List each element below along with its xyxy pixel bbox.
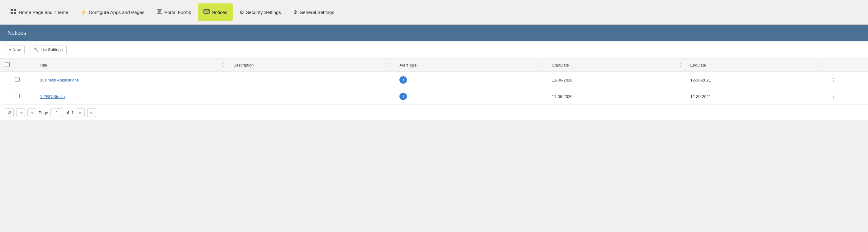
first-page-icon: |◀	[19, 110, 23, 115]
row1-end-date: 12-30-2021	[690, 78, 711, 82]
header-title-label: Title	[39, 63, 47, 68]
row1-title-link[interactable]: Business Applications	[39, 78, 79, 82]
row1-alert-type-cell: i	[395, 72, 547, 88]
first-page-button[interactable]: |◀	[16, 108, 25, 117]
nav-item-portal-forms[interactable]: Portal Forms	[151, 3, 196, 21]
row2-checkbox-cell	[0, 88, 35, 105]
next-page-button[interactable]: ▶	[76, 108, 85, 117]
notices-table: Title ⋮ Description ⋮ AlertType ⋮ StartD…	[0, 58, 868, 105]
header-end-date-label: EndDate	[690, 63, 706, 68]
home-page-icon	[10, 9, 17, 15]
table-header: Title ⋮ Description ⋮ AlertType ⋮ StartD…	[0, 59, 868, 72]
nav-label-configure-apps: Configure Apps and Pages	[89, 10, 144, 15]
row1-checkbox[interactable]	[15, 77, 20, 82]
header-start-date-label: StartDate	[552, 63, 569, 68]
total-pages: 1	[71, 110, 73, 115]
row1-description-cell	[228, 72, 395, 88]
row2-alert-type-cell: i	[395, 88, 547, 105]
row2-action-cell: ⋮	[824, 88, 868, 105]
section-header: Notices	[0, 25, 868, 41]
nav-label-general-settings: General Settings	[300, 10, 334, 15]
general-settings-icon: ❊	[293, 9, 298, 15]
header-checkbox-col	[0, 59, 35, 72]
nav-label-notices: Notices	[212, 10, 227, 15]
row1-action-cell: ⋮	[824, 72, 868, 88]
row1-end-date-cell: 12-30-2021	[685, 72, 824, 88]
svg-rect-2	[10, 12, 13, 14]
refresh-button[interactable]: ↺	[5, 108, 14, 117]
toolbar: + New 🔧 List Settings	[0, 41, 868, 58]
nav-item-general-settings[interactable]: ❊ General Settings	[288, 3, 340, 21]
security-settings-icon: ⚙	[240, 9, 244, 15]
nav-label-security-settings: Security Settings	[246, 10, 281, 15]
row1-context-menu-icon[interactable]: ⋮	[829, 76, 839, 84]
refresh-icon: ↺	[7, 110, 11, 115]
portal-forms-icon	[157, 9, 162, 15]
nav-item-configure-apps[interactable]: ⚡ Configure Apps and Pages	[75, 3, 150, 21]
row2-description-cell	[228, 88, 395, 105]
list-settings-icon: 🔧	[34, 47, 39, 52]
section-title: Notices	[7, 30, 26, 36]
header-description: Description ⋮	[228, 59, 395, 72]
row2-start-date-cell: 11-06-2020	[547, 88, 685, 105]
header-start-date: StartDate ⋮	[547, 59, 685, 72]
select-all-checkbox[interactable]	[5, 62, 10, 67]
header-alert-type: AlertType ⋮	[395, 59, 547, 72]
row1-start-date: 11-06-2020	[552, 78, 572, 82]
row2-context-menu-icon[interactable]: ⋮	[829, 93, 839, 101]
alert-col-menu-icon[interactable]: ⋮	[540, 63, 544, 68]
table-wrapper: Title ⋮ Description ⋮ AlertType ⋮ StartD…	[0, 58, 868, 105]
row2-end-date-cell: 12-30-2021	[685, 88, 824, 105]
row2-checkbox[interactable]	[15, 93, 20, 98]
nav-item-security-settings[interactable]: ⚙ Security Settings	[234, 3, 287, 21]
row2-start-date: 11-06-2020	[552, 94, 572, 99]
next-page-icon: ▶	[79, 110, 82, 115]
nav-label-home-page-theme: Home Page and Theme	[19, 10, 68, 15]
new-button-label: + New	[9, 47, 21, 52]
notices-icon	[204, 9, 210, 15]
table-row: Business Applications i 11-06-2020 12-30…	[0, 72, 868, 88]
header-action	[824, 59, 868, 72]
list-settings-button[interactable]: 🔧 List Settings	[30, 45, 67, 54]
row2-info-icon: i	[399, 93, 407, 100]
main-content: Notices + New 🔧 List Settings Title ⋮	[0, 25, 868, 120]
header-title: Title ⋮	[35, 59, 228, 72]
row1-checkbox-cell	[0, 72, 35, 88]
new-button[interactable]: + New	[5, 45, 25, 54]
enddate-col-menu-icon[interactable]: ⋮	[817, 63, 821, 68]
row2-title-cell: NITRO Studio	[35, 88, 228, 105]
prev-page-button[interactable]: ◀	[27, 108, 36, 117]
prev-page-icon: ◀	[31, 110, 33, 115]
header-alert-type-label: AlertType	[399, 63, 416, 68]
nav-item-home-page-theme[interactable]: Home Page and Theme	[5, 3, 74, 21]
last-page-icon: ▶|	[90, 110, 93, 115]
row1-title-cell: Business Applications	[35, 72, 228, 88]
svg-rect-1	[14, 9, 16, 11]
svg-rect-0	[10, 9, 13, 11]
top-navigation: Home Page and Theme ⚡ Configure Apps and…	[0, 0, 868, 25]
header-description-label: Description	[234, 63, 254, 68]
row1-info-icon: i	[399, 76, 407, 84]
pagination-bar: ↺ |◀ ◀ Page of 1 ▶ ▶|	[0, 105, 868, 120]
configure-apps-icon: ⚡	[81, 9, 87, 15]
table-row: NITRO Studio i 11-06-2020 12-30-2021	[0, 88, 868, 105]
last-page-button[interactable]: ▶|	[87, 108, 96, 117]
svg-rect-3	[14, 12, 16, 14]
title-col-menu-icon[interactable]: ⋮	[221, 63, 226, 68]
row1-start-date-cell: 11-06-2020	[547, 72, 685, 88]
row2-end-date: 12-30-2021	[690, 94, 711, 99]
startdate-col-menu-icon[interactable]: ⋮	[678, 63, 683, 68]
list-settings-label: List Settings	[40, 47, 63, 52]
desc-col-menu-icon[interactable]: ⋮	[388, 63, 392, 68]
of-label: of	[65, 110, 69, 115]
nav-label-portal-forms: Portal Forms	[164, 10, 191, 15]
header-end-date: EndDate ⋮	[685, 59, 824, 72]
nav-item-notices[interactable]: Notices	[198, 3, 233, 21]
table-body: Business Applications i 11-06-2020 12-30…	[0, 72, 868, 105]
page-label: Page	[39, 110, 48, 115]
row2-title-link[interactable]: NITRO Studio	[39, 94, 65, 99]
page-number-input[interactable]	[51, 108, 63, 117]
